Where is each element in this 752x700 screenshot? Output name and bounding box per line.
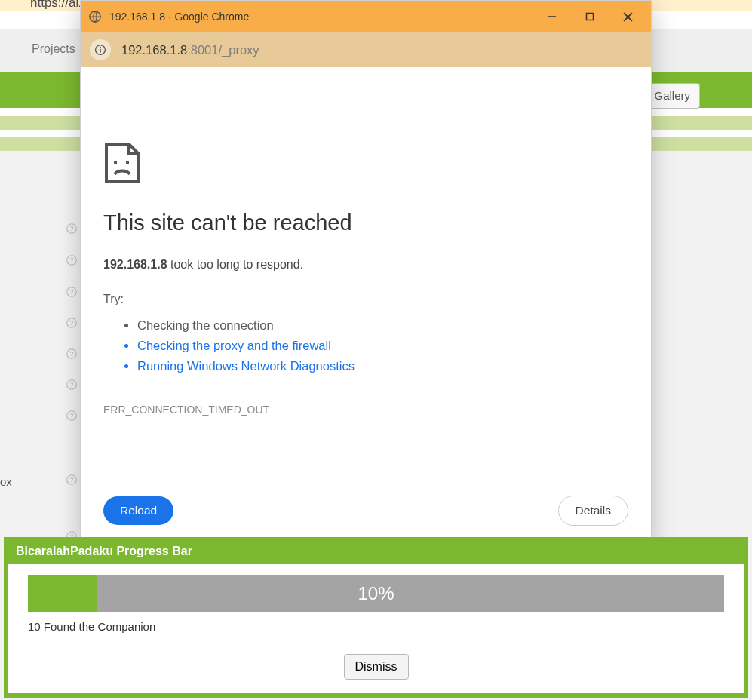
address-bar[interactable]: 192.168.1.8:8001/_proxy — [81, 32, 651, 67]
menu-item-projects[interactable]: Projects — [32, 42, 75, 55]
try-label: Try: — [103, 293, 628, 306]
help-icon[interactable]: ? — [64, 318, 79, 331]
suggestion-item: Checking the connection — [137, 315, 628, 336]
help-icon[interactable]: ? — [64, 223, 79, 237]
minimize-button[interactable] — [533, 5, 571, 28]
help-icon[interactable]: ? — [64, 287, 79, 300]
site-info-icon[interactable] — [90, 39, 111, 60]
svg-text:?: ? — [70, 381, 74, 388]
error-code: ERR_CONNECTION_TIMED_OUT — [103, 404, 628, 416]
progress-bar: 10% — [28, 575, 724, 612]
error-host-msg: took too long to respond. — [167, 258, 304, 271]
error-subtext: 192.168.1.8 took too long to respond. — [103, 258, 628, 272]
svg-point-24 — [100, 47, 101, 48]
error-heading: This site can't be reached — [103, 210, 628, 235]
sad-page-icon — [103, 143, 628, 186]
window-title: 192.168.1.8 - Google Chrome — [109, 11, 533, 23]
error-page: This site can't be reached 192.168.1.8 t… — [81, 67, 651, 541]
svg-text:?: ? — [70, 288, 74, 296]
help-icon[interactable]: ? — [64, 474, 79, 488]
help-icon[interactable]: ? — [64, 410, 79, 424]
svg-text:?: ? — [70, 350, 74, 358]
error-host: 192.168.1.8 — [103, 258, 167, 271]
dismiss-button[interactable]: Dismiss — [344, 654, 409, 680]
svg-text:?: ? — [70, 225, 74, 232]
details-button[interactable]: Details — [558, 496, 628, 526]
progress-dialog: BicaralahPadaku Progress Bar 10% 10 Foun… — [4, 537, 748, 698]
palette-label: ox — [0, 475, 12, 488]
help-icon[interactable]: ? — [64, 348, 79, 362]
svg-rect-27 — [126, 161, 129, 164]
svg-rect-20 — [587, 14, 594, 20]
progress-dialog-body: 10% 10 Found the Companion Dismiss — [8, 564, 744, 693]
close-button[interactable] — [609, 5, 646, 28]
maximize-button[interactable] — [571, 5, 609, 28]
globe-icon — [88, 10, 102, 23]
help-icon[interactable]: ? — [64, 255, 79, 269]
suggestion-list: Checking the connection Checking the pro… — [103, 315, 628, 376]
svg-rect-26 — [114, 161, 117, 164]
suggestion-link[interactable]: Running Windows Network Diagnostics — [137, 356, 628, 376]
progress-percent-label: 10% — [28, 575, 724, 612]
url-host: 192.168.1.8 — [121, 43, 187, 57]
svg-rect-25 — [100, 49, 101, 53]
svg-text:?: ? — [70, 256, 74, 264]
svg-text:?: ? — [70, 476, 74, 484]
chrome-popup-window: 192.168.1.8 - Google Chrome 192.168.1.8:… — [81, 1, 651, 541]
svg-text:?: ? — [70, 319, 74, 327]
reload-button[interactable]: Reload — [103, 496, 173, 525]
progress-dialog-title: BicaralahPadaku Progress Bar — [8, 542, 744, 564]
suggestion-link[interactable]: Checking the proxy and the firewall — [137, 336, 628, 356]
url-path: :8001/_proxy — [187, 43, 259, 57]
help-icon[interactable]: ? — [64, 379, 79, 393]
progress-status-text: 10 Found the Companion — [28, 620, 724, 633]
window-titlebar[interactable]: 192.168.1.8 - Google Chrome — [81, 1, 651, 32]
svg-text:?: ? — [70, 412, 74, 419]
